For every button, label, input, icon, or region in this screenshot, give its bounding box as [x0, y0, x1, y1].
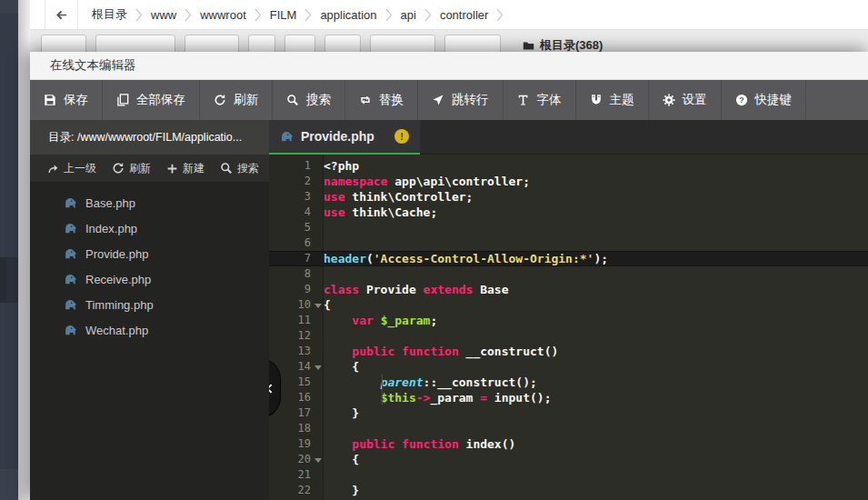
code-line[interactable]: 17 }	[269, 405, 868, 421]
code-line[interactable]: 4use think\Cache;	[269, 205, 868, 220]
line-number: 4	[269, 205, 311, 220]
indent-guide	[382, 375, 383, 405]
replace-icon	[359, 94, 372, 106]
fold-arrow-icon[interactable]	[311, 359, 324, 375]
fold-slot	[311, 282, 324, 297]
file-sidebar-toolbar: 上一级刷新新建搜索	[30, 155, 269, 182]
code-line[interactable]: 3use think\Controller;	[269, 189, 868, 205]
toolbar-button-label: 主题	[610, 92, 634, 108]
current-directory-label: 目录: /www/wwwroot/FILM/applicatio...	[48, 130, 242, 145]
code-line[interactable]: 1<?php	[269, 158, 868, 174]
breadcrumb-item[interactable]: wwwroot	[200, 8, 246, 22]
code-line[interactable]: 20 {	[269, 452, 868, 467]
fold-slot	[311, 235, 324, 251]
file-item[interactable]: Index.php	[30, 215, 269, 241]
toolbar-button-goto-line[interactable]: 跳转行	[418, 80, 504, 120]
code-line[interactable]: 9class Provide extends Base	[269, 282, 868, 297]
code-line[interactable]: 10{	[269, 297, 868, 313]
fold-slot	[311, 313, 324, 328]
breadcrumb-item[interactable]: controller	[440, 8, 488, 22]
code-line[interactable]: 13 public function __construct()	[269, 344, 868, 359]
file-name: Base.php	[85, 196, 135, 210]
tree-toolbar-button-up-level[interactable]: 上一级	[47, 161, 96, 176]
code-editor[interactable]: 1<?php2namespace app\api\controller;3use…	[269, 155, 868, 500]
php-elephant-icon	[64, 222, 77, 235]
toolbar-button-settings[interactable]: 设置	[649, 80, 722, 120]
svg-text:?: ?	[739, 95, 743, 105]
file-item[interactable]: Wechat.php	[30, 317, 269, 343]
breadcrumb-item[interactable]: FILM	[270, 8, 297, 22]
tree-toolbar-button-refresh[interactable]: 刷新	[112, 161, 151, 176]
code-line[interactable]: 2namespace app\api\controller;	[269, 174, 868, 189]
code-line[interactable]: 11 var $_param;	[269, 313, 868, 328]
editor-body: 目录: /www/wwwroot/FILM/applicatio... 上一级刷…	[30, 120, 868, 500]
toolbar-button-shortcut[interactable]: ?快捷键	[722, 80, 807, 120]
back-button[interactable]	[45, 0, 78, 29]
toolbar-button-refresh[interactable]: 刷新	[200, 80, 273, 120]
php-elephant-icon	[64, 247, 77, 261]
font-icon	[517, 94, 530, 106]
toolbar-button-theme[interactable]: 主题	[576, 80, 649, 120]
code-line[interactable]: 14 {	[269, 359, 868, 375]
fold-slot	[311, 390, 324, 405]
code-line[interactable]: 5	[269, 220, 868, 235]
breadcrumb-bar: 根目录wwwwwwrootFILMapplicationapicontrolle…	[30, 0, 868, 30]
breadcrumb: 根目录wwwwwwrootFILMapplicationapicontrolle…	[78, 6, 504, 23]
line-number: 10	[269, 297, 311, 313]
file-tree: Base.phpIndex.phpProvide.phpReceive.phpT…	[30, 182, 269, 500]
tree-toolbar-button-label: 上一级	[64, 161, 96, 176]
toolbar-button-label: 快捷键	[755, 92, 793, 108]
code-line[interactable]: 6	[269, 235, 868, 251]
file-item[interactable]: Base.php	[30, 190, 269, 215]
editor-column: Provide.php ! 1<?php2namespace app\api\c…	[269, 120, 868, 500]
crumb-sep-icon	[135, 8, 143, 22]
crumb-sep-icon	[254, 8, 262, 22]
code-text: {	[324, 452, 359, 467]
crumb-sep-icon	[304, 8, 312, 22]
code-line[interactable]: 21	[269, 467, 868, 483]
fold-slot	[311, 174, 324, 189]
code-line[interactable]: 18	[269, 421, 868, 436]
code-line[interactable]: 7header('Access-Control-Allow-Origin:*')…	[269, 251, 868, 266]
breadcrumb-item[interactable]: application	[320, 8, 376, 22]
toolbar-button-replace[interactable]: 替换	[345, 80, 418, 120]
breadcrumb-item[interactable]: 根目录	[92, 6, 127, 23]
line-number: 3	[269, 189, 311, 205]
toolbar-button-save[interactable]: 保存	[30, 80, 103, 120]
line-number: 12	[269, 328, 311, 344]
toolbar-button-font[interactable]: 字体	[504, 80, 576, 120]
code-line[interactable]: 22 }	[269, 483, 868, 498]
fold-arrow-icon[interactable]	[311, 297, 324, 313]
back-arrow-icon	[55, 8, 68, 22]
file-name: Wechat.php	[85, 324, 148, 337]
line-number: 1	[269, 158, 311, 174]
fold-slot	[311, 189, 324, 205]
chevron-left-icon	[269, 383, 276, 395]
file-item[interactable]: Provide.php	[30, 241, 269, 266]
crumb-sep-icon	[185, 8, 192, 22]
code-line[interactable]: 19 public function index()	[269, 436, 868, 452]
code-line[interactable]: 8	[269, 266, 868, 282]
tree-toolbar-button-plus[interactable]: 新建	[166, 161, 205, 176]
line-number: 18	[269, 421, 311, 436]
crumb-sep-icon	[496, 8, 504, 22]
tree-toolbar-button-search[interactable]: 搜索	[220, 161, 259, 176]
fold-arrow-icon[interactable]	[311, 452, 324, 467]
page-left-margin	[18, 0, 30, 500]
code-line[interactable]: 16 $this->_param = input();	[269, 390, 868, 405]
code-text: var $_param;	[324, 313, 437, 328]
toolbar-button-save-all[interactable]: 全部保存	[103, 80, 200, 120]
tab-provide-php[interactable]: Provide.php !	[269, 120, 420, 155]
file-name: Receive.php	[85, 273, 151, 286]
code-line[interactable]: 12	[269, 328, 868, 344]
toolbar-button-search[interactable]: 搜索	[273, 80, 345, 120]
toolbar-button-label: 搜索	[306, 92, 331, 108]
app-side-rail	[0, 0, 18, 500]
breadcrumb-item[interactable]: www	[151, 8, 176, 22]
code-line[interactable]: 15 parent::__construct();	[269, 375, 868, 390]
file-name: Provide.php	[85, 247, 148, 261]
file-item[interactable]: Receive.php	[30, 266, 269, 292]
breadcrumb-item[interactable]: api	[401, 8, 416, 22]
file-item[interactable]: Timming.php	[30, 292, 269, 317]
tab-bar: Provide.php !	[269, 120, 868, 155]
